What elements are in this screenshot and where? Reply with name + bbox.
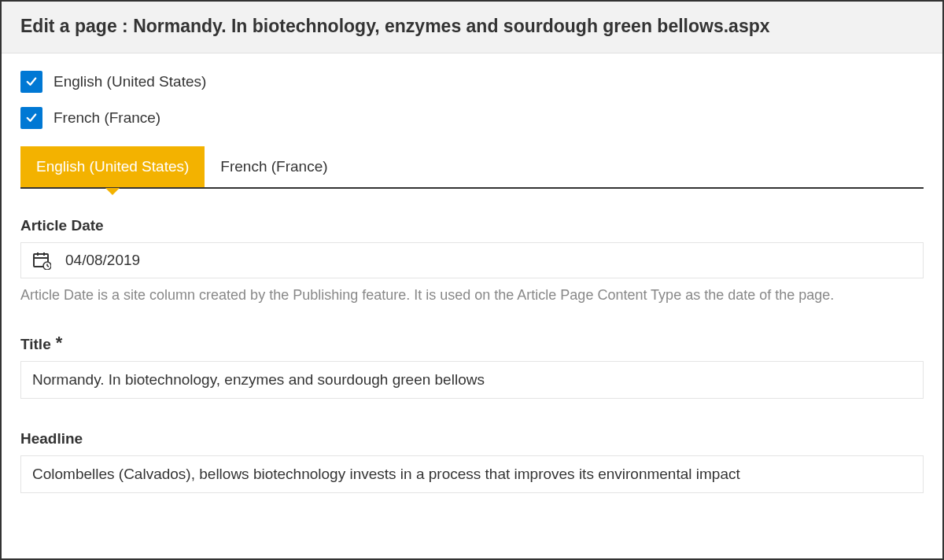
tab-english[interactable]: English (United States) — [20, 146, 205, 187]
language-label: French (France) — [53, 109, 160, 127]
tab-french[interactable]: French (France) — [205, 146, 343, 187]
page-header: Edit a page : Normandy. In biotechnology… — [2, 2, 942, 53]
language-tabs: English (United States) French (France) — [20, 146, 924, 189]
headline-label: Headline — [20, 430, 924, 448]
language-option-en[interactable]: English (United States) — [20, 71, 924, 93]
page-title: Edit a page : Normandy. In biotechnology… — [20, 16, 924, 37]
required-mark: * — [56, 336, 63, 350]
language-option-fr[interactable]: French (France) — [20, 107, 924, 129]
check-icon — [24, 75, 39, 89]
check-icon — [24, 111, 39, 125]
field-article-date: Article Date 04/08/2019 — [20, 217, 924, 304]
title-input[interactable] — [20, 361, 924, 399]
calendar-icon — [32, 251, 51, 270]
checkbox-fr[interactable] — [20, 107, 42, 129]
article-date-help: Article Date is a site column created by… — [20, 286, 924, 304]
svg-line-6 — [47, 266, 49, 267]
title-label: Title — [20, 336, 51, 353]
field-title: Title * — [20, 336, 924, 399]
field-headline: Headline — [20, 430, 924, 493]
headline-input[interactable] — [20, 455, 924, 493]
article-date-input[interactable]: 04/08/2019 — [20, 242, 924, 278]
language-label: English (United States) — [53, 73, 206, 90]
checkbox-en[interactable] — [20, 71, 42, 93]
article-date-value: 04/08/2019 — [65, 252, 140, 269]
article-date-label: Article Date — [20, 217, 924, 234]
